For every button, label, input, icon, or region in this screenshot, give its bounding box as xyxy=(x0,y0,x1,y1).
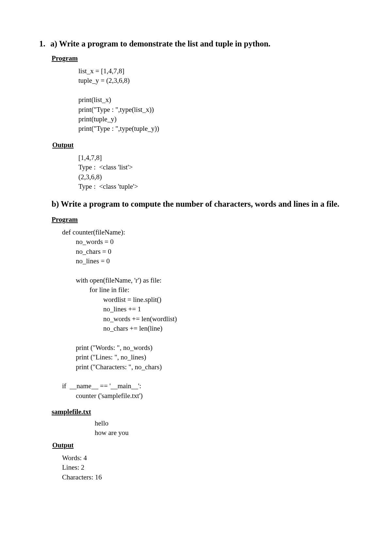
question-1b-heading: b) Write a program to compute the number… xyxy=(52,199,353,210)
output-block-1a: [1,4,7,8] Type : <class 'list'> (2,3,6,8… xyxy=(78,153,353,192)
question-1a-title: a) Write a program to demonstrate the li… xyxy=(50,39,270,48)
samplefile-content: hello how are you xyxy=(95,419,353,438)
program-label-1a: Program xyxy=(52,54,353,62)
samplefile-label: samplefile.txt xyxy=(52,408,353,416)
question-1a-heading: 1. a) Write a program to demonstrate the… xyxy=(39,39,353,48)
question-number: 1. xyxy=(39,39,48,48)
output-block-1b: Words: 4 Lines: 2 Characters: 16 xyxy=(62,453,353,482)
code-block-1a: list_x = [1,4,7,8] tuple_y = (2,3,6,8) p… xyxy=(78,66,353,134)
program-label-1b: Program xyxy=(52,216,353,224)
output-label-1b: Output xyxy=(52,441,353,449)
page-content: 1. a) Write a program to demonstrate the… xyxy=(0,0,392,515)
output-label-1a: Output xyxy=(52,141,353,149)
code-block-1b: def counter(fileName): no_words = 0 no_c… xyxy=(62,228,353,401)
